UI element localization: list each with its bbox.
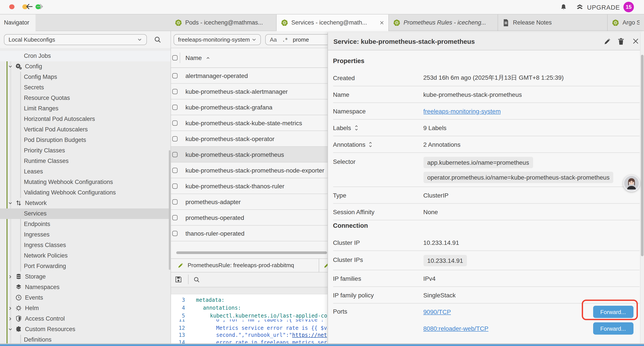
sidebar-item-ingress-classes[interactable]: Ingress Classes: [0, 240, 170, 250]
table-row-kube-prometheus-stack-prometheus-node-exporter[interactable]: kube-prometheus-stack-prometheus-node-ex…: [171, 162, 327, 178]
kubeconfig-select[interactable]: Local Kubeconfigs: [4, 34, 147, 45]
window-close-button[interactable]: [9, 4, 14, 9]
namespace-select[interactable]: freeleaps-monitoring-system: [174, 34, 261, 45]
sidebar-item-events[interactable]: Events: [0, 292, 170, 303]
sidebar-item-limit-ranges[interactable]: Limit Ranges: [0, 103, 170, 114]
table-row-kube-prometheus-stack-prometheus[interactable]: kube-prometheus-stack-prometheus: [171, 147, 327, 162]
chevron-spacer[interactable]: [8, 285, 13, 289]
port-link[interactable]: 8080:reloader-web/TCP: [423, 325, 488, 332]
notifications-bell-icon[interactable]: [560, 3, 567, 10]
yaml-editor[interactable]: 3 metadata: 4 annotations: 5 kubectl.kub…: [171, 294, 327, 344]
chevron-spacer[interactable]: [8, 296, 13, 300]
sidebar-item-ingresses[interactable]: Ingresses: [0, 229, 170, 240]
select-all-checkbox[interactable]: [172, 55, 178, 60]
assistant-avatar[interactable]: [623, 175, 640, 192]
code-line[interactable]: 12 Metrics service error rate is {{ $va: [171, 324, 327, 331]
forward-button[interactable]: Forward...: [593, 306, 633, 318]
sidebar-item-helm[interactable]: Helm: [0, 303, 170, 313]
sort-icon[interactable]: [369, 141, 372, 147]
edit-pencil-icon[interactable]: [604, 38, 611, 45]
sidebar-item-secrets[interactable]: Secrets: [0, 82, 170, 93]
sidebar-item-vertical-pod-autoscalers[interactable]: Vertical Pod Autoscalers: [0, 124, 170, 135]
sidebar-item-config[interactable]: Config: [0, 61, 170, 72]
row-checkbox[interactable]: [172, 231, 178, 236]
sidebar-item-services[interactable]: Services: [0, 208, 170, 219]
row-checkbox[interactable]: [172, 183, 178, 189]
forward-arrow-icon[interactable]: [36, 3, 44, 10]
sidebar-item-network-policies[interactable]: Network Policies: [0, 250, 170, 261]
code-line[interactable]: 5 kubectl.kubernetes.io/last-applied-co: [171, 312, 327, 319]
sidebar-item-pod-disruption-budgets[interactable]: Pod Disruption Budgets: [0, 135, 170, 145]
sidebar-item-custom-resources[interactable]: Custom Resources: [0, 324, 170, 335]
chevron-right-icon[interactable]: [8, 274, 13, 279]
runbook-url-link[interactable]: https://net: [292, 332, 327, 338]
sidebar-item-mutating-webhook-configurations[interactable]: Mutating Webhook Configurations: [0, 177, 170, 187]
tab-navigator[interactable]: Navigator: [0, 14, 36, 31]
table-row-kube-prometheus-stack-kube-state-metrics[interactable]: kube-prometheus-stack-kube-state-metrics: [171, 115, 327, 131]
code-line[interactable]: 13 second.","runbook_url":"https://net: [171, 332, 327, 339]
chevron-down-icon[interactable]: [8, 327, 13, 331]
sidebar-item-definitions[interactable]: Definitions: [0, 335, 170, 344]
row-checkbox[interactable]: [172, 215, 178, 220]
sidebar-item-runtime-classes[interactable]: Runtime Classes: [0, 156, 170, 166]
table-row-kube-prometheus-stack-operator[interactable]: kube-prometheus-stack-operator: [171, 131, 327, 147]
table-row-thanos-ruler-operated[interactable]: thanos-ruler-operated: [171, 226, 327, 241]
close-icon[interactable]: [632, 38, 638, 44]
back-arrow-icon[interactable]: [26, 3, 34, 10]
chevron-down-icon[interactable]: [8, 64, 13, 68]
regex-toggle[interactable]: .*: [282, 36, 288, 43]
row-checkbox[interactable]: [172, 89, 178, 94]
code-line[interactable]: 11 o","for":"nm","labels":{"service":: [171, 319, 327, 323]
sidebar-item-resource-quotas[interactable]: Resource Quotas: [0, 93, 170, 103]
row-checkbox[interactable]: [172, 152, 178, 157]
sidebar-item-validating-webhook-configurations[interactable]: Validating Webhook Configurations: [0, 187, 170, 198]
row-checkbox[interactable]: [172, 104, 178, 110]
search-icon[interactable]: [154, 36, 161, 43]
upgrade-button[interactable]: UPGRADE: [576, 3, 620, 11]
row-checkbox[interactable]: [172, 136, 178, 141]
editor-tab-next[interactable]: [319, 259, 327, 272]
save-icon[interactable]: [175, 276, 182, 283]
chevron-right-icon[interactable]: [8, 306, 13, 310]
tab-pods-icecheng-mathmas[interactable]: Pods - icecheng@mathmas...: [170, 14, 276, 31]
find-icon[interactable]: [193, 276, 200, 283]
tab-argo-se[interactable]: Argo Se: [608, 14, 644, 31]
sidebar-item-namespaces[interactable]: Namespaces: [0, 282, 170, 292]
sidebar-item-network[interactable]: Network: [0, 198, 170, 208]
code-line[interactable]: 3 metadata:: [171, 296, 327, 303]
table-row-kube-prometheus-stack-alertmanager[interactable]: kube-prometheus-stack-alertmanager: [171, 84, 327, 99]
sidebar-item-endpoints[interactable]: Endpoints: [0, 219, 170, 229]
sort-icon[interactable]: [355, 125, 358, 131]
match-case-toggle[interactable]: Aa: [270, 36, 277, 43]
sidebar-item-port-forwarding[interactable]: Port Forwarding: [0, 261, 170, 271]
row-checkbox[interactable]: [172, 73, 178, 78]
sidebar-item-leases[interactable]: Leases: [0, 166, 170, 177]
chevron-down-icon[interactable]: [8, 201, 13, 205]
close-tab-icon[interactable]: [380, 20, 384, 25]
row-checkbox[interactable]: [172, 199, 178, 204]
row-checkbox[interactable]: [172, 120, 178, 125]
sidebar-item-horizontal-pod-autoscalers[interactable]: Horizontal Pod Autoscalers: [0, 114, 170, 124]
account-badge[interactable]: 15: [624, 1, 634, 12]
chevron-right-icon[interactable]: [8, 317, 13, 321]
row-checkbox[interactable]: [172, 168, 178, 173]
tab-services-icecheng-math[interactable]: Services - icecheng@math...: [276, 14, 389, 31]
table-row-kube-prometheus-stack-grafana[interactable]: kube-prometheus-stack-grafana: [171, 99, 327, 115]
sort-ascending-icon[interactable]: [206, 56, 211, 60]
code-line[interactable]: 4 annotations:: [171, 304, 327, 311]
sidebar-item-storage[interactable]: Storage: [0, 271, 170, 282]
sidebar-item-config-maps[interactable]: Config Maps: [0, 72, 170, 82]
editor-tab-prometheusrule[interactable]: PrometheusRule: freeleaps-prod-rabbitmq: [171, 259, 319, 272]
trash-icon[interactable]: [618, 38, 624, 45]
sidebar-scrollbar-thumb[interactable]: [168, 150, 170, 270]
drawer-scrollbar-thumb[interactable]: [641, 55, 644, 256]
sidebar-item-cron-jobs[interactable]: Cron Jobs: [0, 50, 170, 61]
port-link[interactable]: 9090/TCP: [423, 308, 451, 315]
table-row-kube-prometheus-stack-thanos-ruler[interactable]: kube-prometheus-stack-thanos-ruler: [171, 178, 327, 194]
sidebar-item-access-control[interactable]: Access Control: [0, 313, 170, 324]
name-column-header[interactable]: Name: [186, 54, 202, 61]
table-row-alertmanager-operated[interactable]: alertmanager-operated: [171, 68, 327, 84]
sidebar-item-priority-classes[interactable]: Priority Classes: [0, 145, 170, 156]
table-row-prometheus-operated[interactable]: prometheus-operated: [171, 210, 327, 226]
table-row-prometheus-adapter[interactable]: prometheus-adapter: [171, 194, 327, 210]
